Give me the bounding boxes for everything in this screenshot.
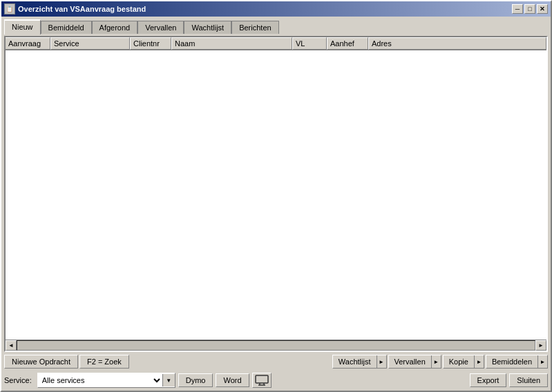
col-header-naam: Naam	[171, 37, 292, 50]
window-icon: 📋	[4, 3, 15, 14]
col-header-aanhef: Aanhef	[327, 37, 368, 50]
word-button[interactable]: Word	[216, 373, 249, 387]
wachtlijst-main-button[interactable]: Wachtlijst	[333, 355, 377, 368]
svg-rect-0	[256, 375, 268, 383]
service-label: Service:	[4, 376, 32, 384]
wachtlijst-arrow-button[interactable]: ►	[377, 355, 386, 368]
close-button[interactable]: ✕	[537, 4, 548, 14]
tab-nieuw[interactable]: Nieuw	[4, 19, 41, 35]
bemiddelen-main-button[interactable]: Bemiddelen	[486, 355, 537, 368]
col-header-vl: VL	[292, 37, 327, 50]
tab-bar: Nieuw Bemiddeld Afgerond Vervallen Wacht…	[4, 19, 548, 34]
bemiddelen-arrow-button[interactable]: ►	[537, 355, 547, 368]
tab-afgerond[interactable]: Afgerond	[92, 21, 138, 34]
data-grid: Aanvraag Service Clientnr Naam VL Aanhef	[4, 36, 548, 352]
col-header-adres: Adres	[368, 37, 546, 50]
main-window: 📋 Overzicht van VSAanvraag bestand ─ □ ✕…	[0, 0, 552, 392]
vervallen-split-button[interactable]: Vervallen ►	[388, 355, 441, 369]
kopie-main-button[interactable]: Kopie	[444, 355, 474, 368]
title-bar: 📋 Overzicht van VSAanvraag bestand ─ □ ✕	[1, 1, 551, 17]
dymo-button[interactable]: Dymo	[178, 373, 213, 387]
export-button[interactable]: Export	[470, 373, 507, 387]
grid-body	[6, 50, 546, 340]
sluiten-button[interactable]: Sluiten	[509, 373, 548, 387]
col-header-aanvraag: Aanvraag	[6, 37, 50, 50]
window-body: Nieuw Bemiddeld Afgerond Vervallen Wacht…	[1, 17, 551, 391]
service-select-wrapper[interactable]: Alle services ▼	[37, 373, 175, 388]
nieuwe-opdracht-button[interactable]: Nieuwe Opdracht	[4, 355, 78, 369]
minimize-button[interactable]: ─	[512, 4, 523, 14]
tab-berichten[interactable]: Berichten	[231, 21, 278, 34]
select-arrow-icon[interactable]: ▼	[162, 374, 175, 386]
tab-vervallen[interactable]: Vervallen	[137, 21, 184, 34]
title-bar-text: 📋 Overzicht van VSAanvraag bestand	[4, 3, 146, 14]
f2-zoek-button[interactable]: F2 = Zoek	[79, 355, 129, 369]
scroll-right-button[interactable]: ►	[535, 340, 546, 351]
horizontal-scrollbar[interactable]: ◄ ►	[6, 340, 546, 351]
vervallen-main-button[interactable]: Vervallen	[389, 355, 431, 368]
tab-bemiddeld[interactable]: Bemiddeld	[41, 21, 92, 34]
col-header-clientnr: Clientnr	[130, 37, 171, 50]
bemiddelen-split-button[interactable]: Bemiddelen ►	[486, 355, 548, 369]
bottom-buttons-row: Nieuwe Opdracht F2 = Zoek Wachtlijst ► V…	[4, 355, 548, 369]
service-select[interactable]: Alle services	[38, 373, 162, 387]
title-buttons: ─ □ ✕	[512, 4, 548, 14]
wachtlijst-split-button[interactable]: Wachtlijst ►	[332, 355, 387, 369]
scroll-track[interactable]	[17, 340, 535, 351]
grid-header: Aanvraag Service Clientnr Naam VL Aanhef	[6, 37, 546, 50]
vervallen-arrow-button[interactable]: ►	[431, 355, 441, 368]
scroll-left-button[interactable]: ◄	[6, 340, 17, 351]
tab-wachtlijst[interactable]: Wachtlijst	[184, 21, 231, 34]
kopie-split-button[interactable]: Kopie ►	[443, 355, 484, 369]
status-bar: Service: Alle services ▼ Dymo Word	[4, 371, 548, 388]
monitor-icon	[252, 373, 272, 388]
maximize-button[interactable]: □	[524, 4, 535, 14]
col-header-service: Service	[50, 37, 130, 50]
kopie-arrow-button[interactable]: ►	[474, 355, 484, 368]
